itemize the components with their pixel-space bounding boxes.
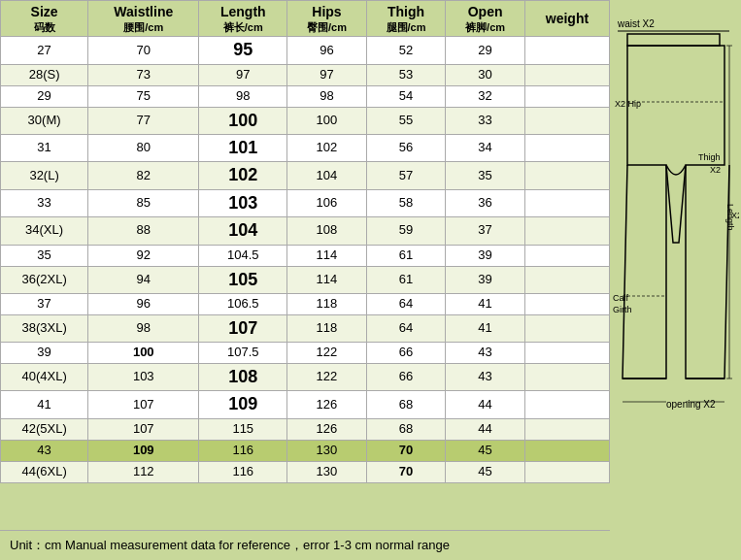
- table-cell: 38(3XL): [1, 314, 88, 342]
- table-cell: 104.5: [199, 245, 287, 266]
- table-cell: 40(4XL): [1, 364, 88, 391]
- table-cell: 61: [366, 245, 446, 266]
- table-cell: 106: [287, 189, 367, 216]
- table-cell: 55: [366, 107, 446, 134]
- table-cell: [524, 162, 609, 189]
- table-cell: 109: [199, 391, 287, 418]
- table-row: 31801011025634: [1, 135, 610, 162]
- table-cell: [524, 189, 609, 216]
- table-row: 411071091266844: [1, 391, 610, 418]
- table-cell: 96: [287, 37, 367, 64]
- table-cell: [524, 440, 609, 461]
- table-row: 277095965229: [1, 37, 610, 64]
- table-row: 28(S)7397975330: [1, 64, 610, 85]
- table-cell: 126: [287, 391, 367, 418]
- table-row: 32(L)821021045735: [1, 162, 610, 189]
- svg-text:Thigh: Thigh: [698, 152, 721, 162]
- table-cell: [524, 85, 609, 107]
- table-cell: [524, 64, 609, 85]
- table-cell: 66: [366, 343, 446, 364]
- table-cell: 73: [88, 64, 199, 85]
- table-cell: 41: [446, 293, 525, 314]
- table-cell: 96: [88, 293, 199, 314]
- table-cell: 107: [88, 391, 199, 418]
- table-cell: 44(6XL): [1, 461, 88, 482]
- table-cell: [524, 217, 609, 245]
- svg-text:opening X2: opening X2: [666, 399, 716, 410]
- table-cell: 105: [199, 266, 287, 293]
- table-cell: 114: [287, 245, 367, 266]
- table-row: 297598985432: [1, 85, 610, 107]
- table-cell: 102: [287, 135, 367, 162]
- table-cell: 28(S): [1, 64, 88, 85]
- table-cell: 98: [199, 85, 287, 107]
- header-weight: weight: [524, 1, 609, 37]
- table-cell: 122: [287, 364, 367, 391]
- table-cell: 70: [88, 37, 199, 64]
- svg-text:X2: X2: [731, 211, 739, 220]
- table-row: 33851031065836: [1, 189, 610, 216]
- table-cell: 43: [446, 343, 525, 364]
- table-cell: 122: [287, 343, 367, 364]
- table-cell: 43: [446, 364, 525, 391]
- table-cell: 114: [287, 266, 367, 293]
- table-cell: 56: [366, 135, 446, 162]
- table-cell: 58: [366, 189, 446, 216]
- table-cell: 54: [366, 85, 446, 107]
- table-cell: [524, 461, 609, 482]
- table-cell: [524, 135, 609, 162]
- table-cell: 52: [366, 37, 446, 64]
- table-cell: 108: [287, 217, 367, 245]
- table-cell: 37: [1, 293, 88, 314]
- table-row: 3796106.51186441: [1, 293, 610, 314]
- table-cell: 41: [446, 314, 525, 342]
- table-cell: 57: [366, 162, 446, 189]
- table-cell: 37: [446, 217, 525, 245]
- table-cell: 88: [88, 217, 199, 245]
- table-cell: 61: [366, 266, 446, 293]
- table-cell: 100: [88, 343, 199, 364]
- table-cell: 98: [287, 85, 367, 107]
- table-cell: 32(L): [1, 162, 88, 189]
- header-open: Open 裤脚/cm: [446, 1, 525, 37]
- header-size: Size 码数: [1, 1, 88, 37]
- table-cell: 34: [446, 135, 525, 162]
- table-cell: 70: [366, 461, 446, 482]
- table-cell: 64: [366, 293, 446, 314]
- table-cell: 106.5: [199, 293, 287, 314]
- table-cell: 109: [88, 440, 199, 461]
- table-cell: 70: [366, 440, 446, 461]
- table-cell: 116: [199, 440, 287, 461]
- table-cell: 45: [446, 461, 525, 482]
- table-cell: 29: [1, 85, 88, 107]
- table-cell: 112: [88, 461, 199, 482]
- table-cell: 68: [366, 391, 446, 418]
- table-cell: [524, 418, 609, 440]
- header-hips: Hips 臀围/cm: [287, 1, 367, 37]
- table-cell: 34(XL): [1, 217, 88, 245]
- table-cell: 53: [366, 64, 446, 85]
- table-cell: [524, 343, 609, 364]
- table-row: 3592104.51146139: [1, 245, 610, 266]
- table-cell: 39: [446, 245, 525, 266]
- table-cell: 77: [88, 107, 199, 134]
- table-cell: 98: [88, 314, 199, 342]
- table-cell: 59: [366, 217, 446, 245]
- table-cell: [524, 293, 609, 314]
- table-row: 30(M)771001005533: [1, 107, 610, 134]
- table-cell: 66: [366, 364, 446, 391]
- svg-text:Girth: Girth: [613, 305, 632, 314]
- table-cell: 36(2XL): [1, 266, 88, 293]
- table-cell: 85: [88, 189, 199, 216]
- table-cell: 97: [287, 64, 367, 85]
- table-cell: 39: [1, 343, 88, 364]
- table-cell: 80: [88, 135, 199, 162]
- table-cell: 82: [88, 162, 199, 189]
- pants-diagram: waist X2 X2 Hip: [613, 10, 739, 485]
- svg-rect-2: [627, 34, 720, 46]
- table-cell: 102: [199, 162, 287, 189]
- table-cell: 30: [446, 64, 525, 85]
- main-container: Size 码数 Waistline 腰围/cm Length 裤长/cm H: [0, 0, 741, 560]
- table-cell: 27: [1, 37, 88, 64]
- diagram-section: waist X2 X2 Hip: [610, 0, 741, 560]
